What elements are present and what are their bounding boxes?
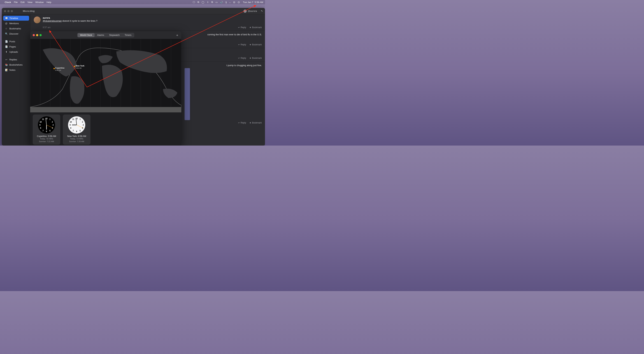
post-mention[interactable]: @stupendousman	[43, 19, 62, 22]
world-map-svg	[30, 39, 181, 112]
pages-icon: 📑	[5, 45, 8, 48]
add-city-button[interactable]: ＋	[176, 33, 179, 37]
world-clock-map[interactable]: Cupertino5:59 AM New York8:59 AM	[30, 39, 181, 112]
reply-button[interactable]: ↩Reply	[238, 43, 246, 46]
clock-card-cupertino[interactable]: 12 1 2 3 4 5 6 7 8 9 10 11 Cupertino, 5:…	[33, 115, 60, 145]
menu-help[interactable]: Help	[46, 1, 51, 3]
sidebar-item-notes[interactable]: 📝 Notes	[3, 68, 29, 72]
bookmark-button[interactable]: ★Bookmark	[250, 26, 262, 29]
user-avatar[interactable]	[244, 9, 247, 13]
clock-face: 12 1 2 3 4 5 6 7 8 9 10 11	[38, 116, 55, 134]
volume-icon[interactable]: 🔊	[220, 1, 223, 3]
tab-world-clock[interactable]: World Clock	[78, 33, 94, 37]
microblog-sidebar: 💬 Timeline @ Mentions ☆ Bookmarks 🔍 Disc…	[2, 14, 30, 146]
notes-icon: 📝	[5, 69, 8, 71]
post-quote-block	[184, 68, 190, 120]
close-button[interactable]	[33, 34, 35, 36]
menu-edit[interactable]: Edit	[20, 1, 24, 3]
menu-window[interactable]: Window	[35, 1, 44, 3]
menubar-app-name[interactable]: Clock	[5, 1, 11, 3]
clock-window: World Clock Alarms Stopwatch Timers ＋	[30, 31, 181, 146]
sidebar-item-uploads[interactable]: ⬆ Uploads	[3, 49, 29, 54]
compose-icon[interactable]: ✎	[261, 10, 263, 12]
replies-icon: ↩	[5, 58, 8, 61]
bookshelves-icon: 📚	[5, 63, 8, 66]
clock-titlebar: World Clock Alarms Stopwatch Timers ＋	[30, 31, 181, 39]
menubar-time[interactable]: 5:59 AM	[254, 1, 263, 3]
minimize-button[interactable]	[36, 34, 38, 36]
menu-file[interactable]: File	[14, 1, 18, 3]
sidebar-label: Uploads	[9, 50, 18, 53]
reply-button[interactable]: ↩Reply	[238, 26, 246, 29]
sidebar-item-discover[interactable]: 🔍 Discover	[3, 31, 29, 36]
user-icon[interactable]: ◯	[202, 1, 204, 3]
reply-button[interactable]: ↩Reply	[238, 122, 246, 124]
spotlight-icon[interactable]: ⊟	[233, 1, 235, 3]
map-pin-new-york[interactable]	[74, 66, 75, 67]
sidebar-item-mentions[interactable]: @ Mentions	[3, 21, 29, 26]
bluetooth-icon[interactable]: §	[226, 1, 227, 3]
screen-icon[interactable]: 🖵	[193, 1, 195, 3]
timeline-icon: 💬	[5, 17, 8, 19]
bookmark-button[interactable]: ★Bookmark	[250, 57, 262, 59]
sidebar-label: Discover	[9, 32, 18, 35]
clock-card-offset: Today, +0 HRS	[40, 138, 53, 140]
maximize-button[interactable]	[40, 34, 42, 36]
sidebar-item-posts[interactable]: 📄 Posts	[3, 39, 29, 44]
control-center-icon[interactable]: ⌬	[238, 1, 240, 3]
tab-timers[interactable]: Timers	[122, 33, 134, 37]
map-label-cupertino: Cupertino5:59 AM	[55, 67, 64, 71]
sidebar-label: Replies	[9, 58, 17, 61]
menubar-date[interactable]: Tue Jan 7	[243, 1, 253, 3]
clock-card-new-york[interactable]: 12 1 2 3 4 5 6 7 8 9 10 11 New York, 8:5…	[63, 115, 90, 145]
menu-view[interactable]: View	[28, 1, 32, 3]
sidebar-label: Notes	[9, 69, 16, 71]
sidebar-label: Bookmarks	[9, 27, 21, 30]
post: aurora @stupendousman doesnt it cycle to…	[30, 14, 265, 31]
sidebar-item-bookmarks[interactable]: ☆ Bookmarks	[3, 26, 29, 31]
map-label-new-york: New York8:59 AM	[76, 65, 84, 69]
reply-button[interactable]: ↩Reply	[238, 57, 246, 59]
sidebar-label: Bookshelves	[9, 63, 22, 66]
bookmarks-icon: ☆	[5, 27, 8, 30]
post-timestamp[interactable]: 8:57 am	[43, 26, 50, 29]
close-button[interactable]	[4, 10, 6, 12]
clock-card-offset: Today, +3 HRS	[70, 138, 83, 140]
wifi-icon[interactable]: ⌵	[229, 1, 231, 3]
tab-alarms[interactable]: Alarms	[94, 33, 107, 37]
bookmark-button[interactable]: ★Bookmark	[250, 43, 262, 46]
sidebar-label: Mentions	[9, 22, 19, 25]
sidebar-label: Timeline	[9, 17, 18, 19]
macos-menubar: Clock File Edit View Window Help 🖵 ⧉ ◯ ⇩…	[0, 0, 265, 4]
reply-icon: ↩	[238, 43, 240, 46]
reply-icon: ↩	[238, 122, 240, 124]
user-handle[interactable]: @aurora	[248, 10, 257, 12]
maximize-button[interactable]	[11, 10, 13, 12]
sidebar-item-bookshelves[interactable]: 📚 Bookshelves	[3, 62, 29, 67]
clock-face: 12 1 2 3 4 5 6 7 8 9 10 11	[68, 116, 85, 134]
sidebar-item-timeline[interactable]: 💬 Timeline	[3, 16, 29, 21]
post-body-text: doesnt it cycle to warm the lines ?	[62, 19, 98, 22]
posts-icon: 📄	[5, 40, 8, 43]
tab-stopwatch[interactable]: Stopwatch	[107, 33, 122, 37]
sidebar-label: Pages	[9, 45, 16, 48]
sidebar-item-pages[interactable]: 📑 Pages	[3, 44, 29, 49]
bookmark-button[interactable]: ★Bookmark	[250, 122, 262, 124]
post-avatar[interactable]	[34, 16, 40, 23]
sidebar-item-replies[interactable]: ↩ Replies	[3, 57, 29, 62]
discover-icon: 🔍	[5, 32, 8, 35]
microblog-titlebar: Micro.blog @aurora ✎	[2, 8, 265, 14]
star-icon: ★	[250, 57, 251, 59]
svg-rect-17	[30, 107, 181, 112]
post-author[interactable]: aurora	[43, 16, 262, 19]
battery-icon[interactable]: ▭	[216, 1, 218, 3]
clock-card-sunrise: Sunrise: 7:20 AM	[69, 140, 84, 143]
reply-icon: ↩	[238, 57, 240, 59]
mirror-icon[interactable]: ⧉	[211, 1, 213, 3]
minimize-button[interactable]	[7, 10, 10, 12]
map-pin-cupertino[interactable]	[54, 68, 55, 69]
tray-icon[interactable]: ⧉	[198, 1, 199, 3]
clock-traffic-lights	[33, 34, 42, 36]
download-icon[interactable]: ⇩	[207, 1, 209, 3]
reply-icon: ↩	[238, 26, 240, 29]
